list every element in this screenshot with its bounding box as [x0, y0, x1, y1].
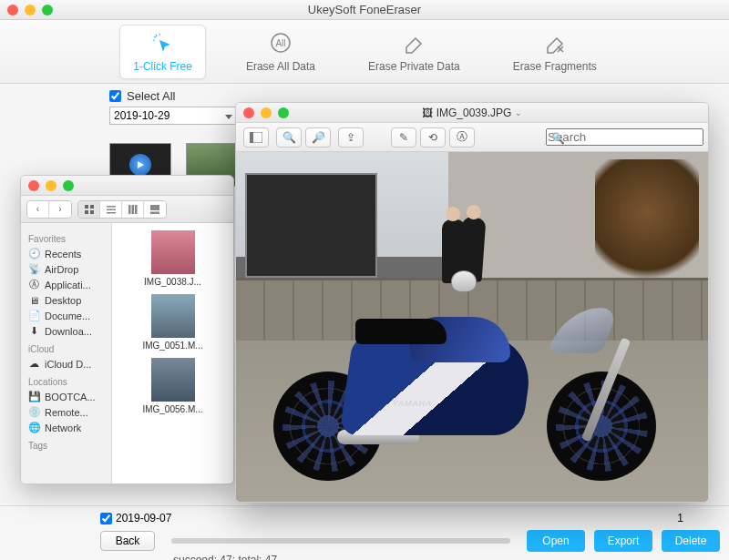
- maximize-icon[interactable]: [42, 5, 53, 15]
- markup-icon: Ⓐ: [457, 129, 467, 145]
- preview-filename: IMG_0039.JPG: [436, 107, 512, 119]
- file-item[interactable]: IMG_0051.M...: [119, 294, 226, 351]
- minimize-icon[interactable]: [46, 180, 56, 191]
- search-input[interactable]: [546, 128, 703, 146]
- highlight-icon: ✎: [399, 131, 408, 144]
- date-dropdown[interactable]: 2019-10-29: [109, 107, 237, 125]
- markup-button[interactable]: Ⓐ: [449, 127, 475, 148]
- maximize-icon[interactable]: [63, 180, 74, 191]
- cloud-icon: ☁: [28, 358, 40, 370]
- view-columns-button[interactable]: [122, 201, 144, 218]
- sidebar-item-airdrop[interactable]: 📡AirDrop: [25, 261, 108, 277]
- main-toolbar: 1-Click Free All Erase All Data Erase Pr…: [0, 20, 729, 84]
- finder-toolbar: ‹ ›: [21, 196, 233, 223]
- zoom-out-button[interactable]: 🔍: [276, 127, 302, 148]
- sidebar-item-recents[interactable]: 🕘Recents: [25, 246, 108, 261]
- eraser-icon: [401, 31, 426, 56]
- file-thumbnail: [151, 294, 195, 338]
- svg-rect-8: [107, 212, 116, 214]
- date-checkbox[interactable]: [100, 513, 112, 524]
- sidebar-item-network[interactable]: 🌐Network: [25, 420, 108, 435]
- file-name: IMG_0056.M...: [142, 404, 202, 414]
- photo-scene: YAMAHA: [236, 152, 708, 502]
- network-icon: 🌐: [28, 422, 40, 433]
- open-button[interactable]: Open: [527, 530, 585, 552]
- tab-erase-private[interactable]: Erase Private Data: [355, 25, 473, 78]
- file-thumbnail: [151, 358, 195, 402]
- sidebar-item-bootcamp[interactable]: 💾BOOTCA...: [25, 389, 108, 404]
- preview-toolbar: 🔍 🔎 ⇪ ✎ ⟲ Ⓐ 🔍: [236, 123, 708, 152]
- tab-label: Erase Fragments: [513, 60, 597, 73]
- motorcycle: YAMAHA: [273, 280, 656, 481]
- sidebar-group-locations: Locations: [28, 377, 104, 387]
- sidebar-item-applications[interactable]: ⒶApplicati...: [25, 277, 108, 292]
- nav-back-button[interactable]: ‹: [27, 201, 49, 218]
- view-list-button[interactable]: [100, 201, 122, 218]
- delete-button[interactable]: Delete: [662, 530, 720, 552]
- erase-all-icon: All: [268, 31, 293, 56]
- traffic-lights: [7, 5, 53, 15]
- tab-erase-all[interactable]: All Erase All Data: [233, 25, 328, 78]
- search-wrap: 🔍: [546, 128, 701, 146]
- svg-rect-11: [135, 205, 138, 214]
- finder-sidebar: Favorites 🕘Recents 📡AirDrop ⒶApplicati..…: [21, 223, 112, 484]
- apps-icon: Ⓐ: [28, 279, 40, 290]
- sidebar-item-icloud-drive[interactable]: ☁iCloud D...: [25, 356, 108, 372]
- svg-rect-15: [250, 132, 253, 143]
- rotate-button[interactable]: ⟲: [420, 127, 446, 148]
- bottom-bar: 2019-09-07 1 Back Open Export Delete suc…: [0, 505, 729, 560]
- svg-rect-3: [90, 205, 94, 209]
- export-button[interactable]: Export: [594, 530, 652, 552]
- preview-window: 🖼 IMG_0039.JPG ⌄ 🔍 🔎 ⇪ ✎ ⟲ Ⓐ 🔍: [235, 102, 709, 503]
- airdrop-icon: 📡: [28, 263, 40, 275]
- select-all-checkbox[interactable]: [109, 90, 121, 102]
- nav-forward-button[interactable]: ›: [49, 201, 71, 218]
- sidebar-item-downloads[interactable]: ⬇Downloa...: [25, 323, 108, 339]
- download-icon: ⬇: [28, 325, 40, 337]
- svg-rect-6: [107, 206, 116, 208]
- date-label: 2019-09-07: [116, 512, 171, 524]
- sidebar-item-remote[interactable]: 💿Remote...: [25, 404, 108, 420]
- close-icon[interactable]: [28, 180, 39, 191]
- sidebar-toggle-button[interactable]: [243, 127, 269, 148]
- file-item[interactable]: IMG_0056.M...: [119, 358, 226, 414]
- date-value: 2019-10-29: [114, 109, 169, 122]
- view-mode-segment: [77, 200, 167, 219]
- tab-label: 1-Click Free: [133, 60, 192, 73]
- sidebar-item-documents[interactable]: 📄Docume...: [25, 308, 108, 323]
- file-item[interactable]: IMG_0038.J...: [119, 230, 226, 287]
- minimize-icon[interactable]: [261, 107, 272, 118]
- svg-rect-7: [107, 209, 116, 210]
- disk-icon: 💾: [28, 391, 40, 402]
- desktop-icon: 🖥: [28, 294, 40, 306]
- share-button[interactable]: ⇪: [338, 127, 364, 148]
- sidebar-group-favorites: Favorites: [28, 234, 104, 244]
- svg-rect-9: [128, 205, 131, 214]
- zoom-in-button[interactable]: 🔎: [305, 127, 331, 148]
- close-icon[interactable]: [243, 107, 254, 118]
- search-icon: 🔍: [551, 132, 565, 145]
- nav-back-forward: ‹ ›: [26, 200, 72, 219]
- svg-rect-4: [85, 210, 88, 214]
- tab-label: Erase All Data: [246, 60, 315, 73]
- app-titlebar: UkeySoft FoneEraser: [0, 0, 729, 20]
- zoom-in-icon: 🔎: [312, 131, 325, 144]
- status-text: succeed: 47; total: 47: [173, 554, 720, 560]
- highlight-button[interactable]: ✎: [391, 127, 416, 148]
- cursor-sparkle-icon: [150, 31, 176, 56]
- play-icon: [129, 154, 151, 176]
- tab-label: Erase Private Data: [368, 60, 460, 73]
- chevron-down-icon[interactable]: ⌄: [515, 108, 522, 117]
- close-icon[interactable]: [7, 5, 18, 15]
- view-icons-button[interactable]: [78, 201, 100, 218]
- view-gallery-button[interactable]: [144, 201, 166, 218]
- back-button[interactable]: Back: [100, 531, 155, 551]
- preview-title: 🖼 IMG_0039.JPG ⌄: [422, 107, 523, 119]
- sidebar-item-desktop[interactable]: 🖥Desktop: [25, 292, 108, 308]
- maximize-icon[interactable]: [278, 107, 289, 118]
- tab-1click-free[interactable]: 1-Click Free: [119, 25, 206, 79]
- minimize-icon[interactable]: [25, 5, 36, 15]
- finder-window: ‹ › Favorites 🕘Recents 📡AirDrop ⒶApplica…: [20, 175, 234, 484]
- file-name: IMG_0038.J...: [144, 277, 201, 287]
- tab-erase-fragments[interactable]: Erase Fragments: [500, 25, 610, 78]
